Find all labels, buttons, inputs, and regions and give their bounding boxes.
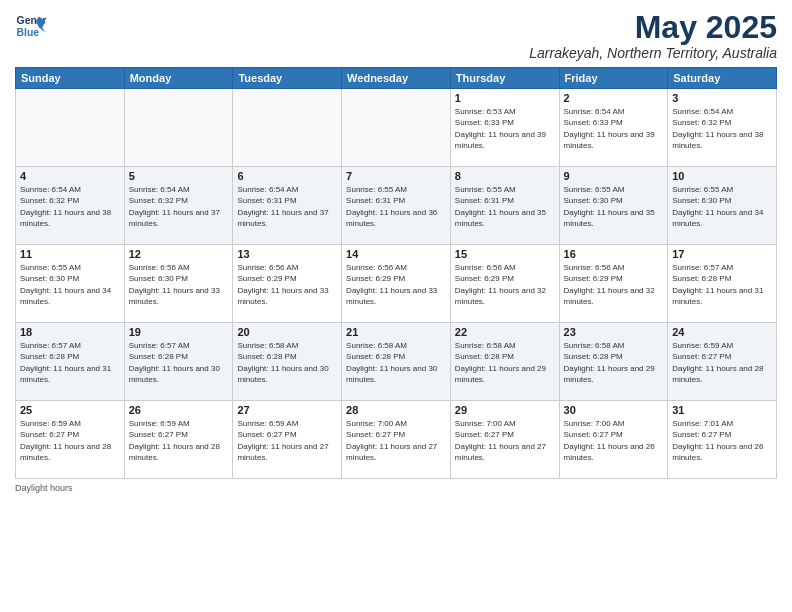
day-cell-2: 2Sunrise: 6:54 AM Sunset: 6:33 PM Daylig…: [559, 89, 668, 167]
day-info: Sunrise: 6:59 AM Sunset: 6:27 PM Dayligh…: [20, 418, 120, 463]
empty-cell: [16, 89, 125, 167]
day-cell-26: 26Sunrise: 6:59 AM Sunset: 6:27 PM Dayli…: [124, 401, 233, 479]
logo: General Blue: [15, 10, 47, 42]
day-cell-19: 19Sunrise: 6:57 AM Sunset: 6:28 PM Dayli…: [124, 323, 233, 401]
day-number: 11: [20, 248, 120, 260]
day-info: Sunrise: 6:56 AM Sunset: 6:30 PM Dayligh…: [129, 262, 229, 307]
week-row-3: 18Sunrise: 6:57 AM Sunset: 6:28 PM Dayli…: [16, 323, 777, 401]
day-info: Sunrise: 6:55 AM Sunset: 6:31 PM Dayligh…: [346, 184, 446, 229]
day-number: 8: [455, 170, 555, 182]
col-header-tuesday: Tuesday: [233, 68, 342, 89]
day-cell-13: 13Sunrise: 6:56 AM Sunset: 6:29 PM Dayli…: [233, 245, 342, 323]
day-number: 29: [455, 404, 555, 416]
day-number: 20: [237, 326, 337, 338]
day-number: 4: [20, 170, 120, 182]
day-number: 24: [672, 326, 772, 338]
day-number: 15: [455, 248, 555, 260]
day-cell-27: 27Sunrise: 6:59 AM Sunset: 6:27 PM Dayli…: [233, 401, 342, 479]
day-cell-10: 10Sunrise: 6:55 AM Sunset: 6:30 PM Dayli…: [668, 167, 777, 245]
day-info: Sunrise: 6:53 AM Sunset: 6:33 PM Dayligh…: [455, 106, 555, 151]
day-number: 27: [237, 404, 337, 416]
day-number: 10: [672, 170, 772, 182]
calendar-header-row: SundayMondayTuesdayWednesdayThursdayFrid…: [16, 68, 777, 89]
day-number: 22: [455, 326, 555, 338]
day-info: Sunrise: 6:55 AM Sunset: 6:30 PM Dayligh…: [20, 262, 120, 307]
day-number: 14: [346, 248, 446, 260]
day-info: Sunrise: 6:56 AM Sunset: 6:29 PM Dayligh…: [455, 262, 555, 307]
day-info: Sunrise: 6:58 AM Sunset: 6:28 PM Dayligh…: [564, 340, 664, 385]
week-row-0: 1Sunrise: 6:53 AM Sunset: 6:33 PM Daylig…: [16, 89, 777, 167]
day-number: 12: [129, 248, 229, 260]
day-cell-1: 1Sunrise: 6:53 AM Sunset: 6:33 PM Daylig…: [450, 89, 559, 167]
day-cell-24: 24Sunrise: 6:59 AM Sunset: 6:27 PM Dayli…: [668, 323, 777, 401]
day-number: 3: [672, 92, 772, 104]
day-info: Sunrise: 6:56 AM Sunset: 6:29 PM Dayligh…: [564, 262, 664, 307]
day-cell-4: 4Sunrise: 6:54 AM Sunset: 6:32 PM Daylig…: [16, 167, 125, 245]
day-cell-3: 3Sunrise: 6:54 AM Sunset: 6:32 PM Daylig…: [668, 89, 777, 167]
day-cell-17: 17Sunrise: 6:57 AM Sunset: 6:28 PM Dayli…: [668, 245, 777, 323]
day-info: Sunrise: 6:57 AM Sunset: 6:28 PM Dayligh…: [129, 340, 229, 385]
day-cell-8: 8Sunrise: 6:55 AM Sunset: 6:31 PM Daylig…: [450, 167, 559, 245]
day-number: 28: [346, 404, 446, 416]
week-row-2: 11Sunrise: 6:55 AM Sunset: 6:30 PM Dayli…: [16, 245, 777, 323]
empty-cell: [342, 89, 451, 167]
day-number: 6: [237, 170, 337, 182]
day-cell-30: 30Sunrise: 7:00 AM Sunset: 6:27 PM Dayli…: [559, 401, 668, 479]
day-info: Sunrise: 6:54 AM Sunset: 6:31 PM Dayligh…: [237, 184, 337, 229]
col-header-thursday: Thursday: [450, 68, 559, 89]
day-cell-6: 6Sunrise: 6:54 AM Sunset: 6:31 PM Daylig…: [233, 167, 342, 245]
day-cell-12: 12Sunrise: 6:56 AM Sunset: 6:30 PM Dayli…: [124, 245, 233, 323]
day-info: Sunrise: 6:59 AM Sunset: 6:27 PM Dayligh…: [672, 340, 772, 385]
day-info: Sunrise: 6:56 AM Sunset: 6:29 PM Dayligh…: [346, 262, 446, 307]
week-row-1: 4Sunrise: 6:54 AM Sunset: 6:32 PM Daylig…: [16, 167, 777, 245]
day-cell-20: 20Sunrise: 6:58 AM Sunset: 6:28 PM Dayli…: [233, 323, 342, 401]
header: General Blue May 2025 Larrakeyah, Northe…: [15, 10, 777, 61]
day-cell-16: 16Sunrise: 6:56 AM Sunset: 6:29 PM Dayli…: [559, 245, 668, 323]
day-cell-23: 23Sunrise: 6:58 AM Sunset: 6:28 PM Dayli…: [559, 323, 668, 401]
day-cell-5: 5Sunrise: 6:54 AM Sunset: 6:32 PM Daylig…: [124, 167, 233, 245]
day-number: 1: [455, 92, 555, 104]
day-cell-29: 29Sunrise: 7:00 AM Sunset: 6:27 PM Dayli…: [450, 401, 559, 479]
location-title: Larrakeyah, Northern Territory, Australi…: [529, 45, 777, 61]
day-info: Sunrise: 6:54 AM Sunset: 6:33 PM Dayligh…: [564, 106, 664, 151]
day-number: 30: [564, 404, 664, 416]
day-info: Sunrise: 6:56 AM Sunset: 6:29 PM Dayligh…: [237, 262, 337, 307]
day-number: 23: [564, 326, 664, 338]
day-cell-15: 15Sunrise: 6:56 AM Sunset: 6:29 PM Dayli…: [450, 245, 559, 323]
page: General Blue May 2025 Larrakeyah, Northe…: [0, 0, 792, 612]
day-cell-14: 14Sunrise: 6:56 AM Sunset: 6:29 PM Dayli…: [342, 245, 451, 323]
calendar-table: SundayMondayTuesdayWednesdayThursdayFrid…: [15, 67, 777, 479]
day-info: Sunrise: 6:54 AM Sunset: 6:32 PM Dayligh…: [129, 184, 229, 229]
col-header-friday: Friday: [559, 68, 668, 89]
day-number: 26: [129, 404, 229, 416]
day-info: Sunrise: 7:00 AM Sunset: 6:27 PM Dayligh…: [455, 418, 555, 463]
day-info: Sunrise: 6:58 AM Sunset: 6:28 PM Dayligh…: [237, 340, 337, 385]
day-number: 16: [564, 248, 664, 260]
day-info: Sunrise: 6:58 AM Sunset: 6:28 PM Dayligh…: [346, 340, 446, 385]
day-cell-7: 7Sunrise: 6:55 AM Sunset: 6:31 PM Daylig…: [342, 167, 451, 245]
day-info: Sunrise: 6:55 AM Sunset: 6:31 PM Dayligh…: [455, 184, 555, 229]
day-info: Sunrise: 7:00 AM Sunset: 6:27 PM Dayligh…: [346, 418, 446, 463]
day-number: 19: [129, 326, 229, 338]
day-info: Sunrise: 6:57 AM Sunset: 6:28 PM Dayligh…: [672, 262, 772, 307]
day-number: 31: [672, 404, 772, 416]
day-info: Sunrise: 6:59 AM Sunset: 6:27 PM Dayligh…: [129, 418, 229, 463]
day-info: Sunrise: 6:54 AM Sunset: 6:32 PM Dayligh…: [672, 106, 772, 151]
day-number: 25: [20, 404, 120, 416]
col-header-sunday: Sunday: [16, 68, 125, 89]
day-info: Sunrise: 6:57 AM Sunset: 6:28 PM Dayligh…: [20, 340, 120, 385]
col-header-wednesday: Wednesday: [342, 68, 451, 89]
day-cell-9: 9Sunrise: 6:55 AM Sunset: 6:30 PM Daylig…: [559, 167, 668, 245]
day-number: 18: [20, 326, 120, 338]
title-section: May 2025 Larrakeyah, Northern Territory,…: [529, 10, 777, 61]
col-header-saturday: Saturday: [668, 68, 777, 89]
day-info: Sunrise: 7:01 AM Sunset: 6:27 PM Dayligh…: [672, 418, 772, 463]
day-cell-18: 18Sunrise: 6:57 AM Sunset: 6:28 PM Dayli…: [16, 323, 125, 401]
day-number: 9: [564, 170, 664, 182]
day-cell-31: 31Sunrise: 7:01 AM Sunset: 6:27 PM Dayli…: [668, 401, 777, 479]
logo-icon: General Blue: [15, 10, 47, 42]
svg-text:Blue: Blue: [17, 27, 40, 38]
day-number: 7: [346, 170, 446, 182]
day-info: Sunrise: 6:59 AM Sunset: 6:27 PM Dayligh…: [237, 418, 337, 463]
day-cell-21: 21Sunrise: 6:58 AM Sunset: 6:28 PM Dayli…: [342, 323, 451, 401]
